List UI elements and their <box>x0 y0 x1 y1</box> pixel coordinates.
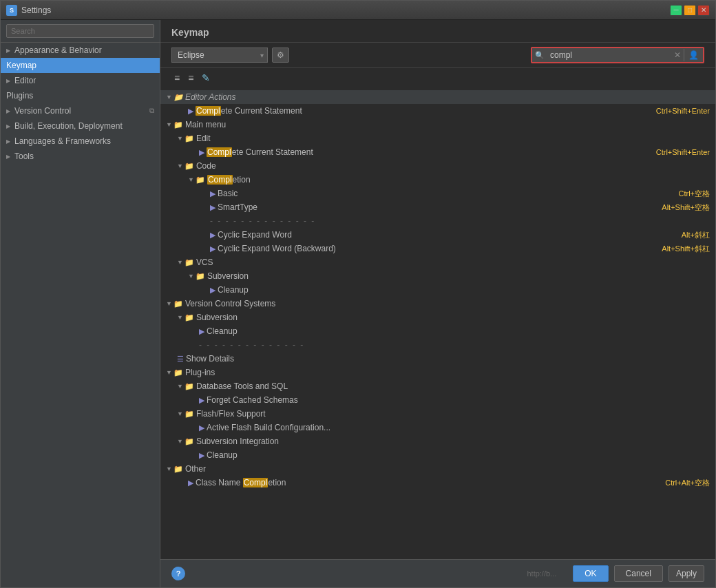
folder-icon: 📁 <box>185 437 194 446</box>
cancel-button[interactable]: Cancel <box>614 565 663 582</box>
tree-item-label: Basic <box>218 189 673 198</box>
sidebar: ▶ Appearance & Behavior Keymap ▶ Editor … <box>1 20 160 587</box>
tree-item-edit[interactable]: ▼ 📁 Edit <box>160 132 715 145</box>
tree-item-code[interactable]: ▼ 📁 Code <box>160 159 715 173</box>
tree-item-active-flash[interactable]: ▶ Active Flash Build Configuration... <box>160 421 715 434</box>
tree-item-editor-actions[interactable]: ▼ 📁 Editor Actions <box>160 90 715 104</box>
tree-item-label: Class Name Completion <box>196 478 660 487</box>
sidebar-item-appearance[interactable]: ▶ Appearance & Behavior <box>1 43 160 58</box>
tree-item-main-menu[interactable]: ▼ 📁 Main menu <box>160 118 715 132</box>
tree-item-other[interactable]: ▼ 📁 Other <box>160 462 715 476</box>
sidebar-item-label: Keymap <box>6 61 36 70</box>
folder-icon: 📁 <box>185 410 194 419</box>
folder-icon: 📁 <box>196 272 205 281</box>
tree-item-label: Plug-ins <box>185 368 710 377</box>
minimize-button[interactable]: ─ <box>670 5 682 16</box>
shortcut-badge: Ctrl+Shift+Enter <box>651 148 710 156</box>
sidebar-item-languages[interactable]: ▶ Languages & Frameworks <box>1 134 160 149</box>
tree-item-completion[interactable]: ▼ 📁 Completion <box>160 173 715 187</box>
expand-all-button[interactable]: ≡ <box>171 71 182 85</box>
window-controls: ─ □ ✕ <box>670 5 710 16</box>
action-icon: ▶ <box>199 396 204 405</box>
tree-item-version-control-systems[interactable]: ▼ 📁 Version Control Systems <box>160 297 715 311</box>
tree-item-subversion-2[interactable]: ▼ 📁 Subversion <box>160 311 715 324</box>
folder-icon: 📁 <box>173 368 183 377</box>
search-box: 🔍 ✕ 👤 <box>531 47 704 63</box>
tree-item-cleanup-3[interactable]: ▶ Cleanup <box>160 448 715 462</box>
tree-item-cleanup-1[interactable]: ▶ Cleanup <box>160 283 715 297</box>
tree-item-label: SmartType <box>218 202 656 212</box>
tree-item-label: Main menu <box>185 120 710 129</box>
tree-item-cyclic-expand[interactable]: ▶ Cyclic Expand Word Alt+斜杠 <box>160 228 715 242</box>
main-area: Keymap Eclipse ⚙ 🔍 ✕ 👤 <box>160 20 715 587</box>
sidebar-item-label: Editor <box>14 76 36 85</box>
arrow-icon: ▶ <box>6 48 10 54</box>
collapse-icon: ▼ <box>177 314 183 321</box>
sidebar-item-tools[interactable]: ▶ Tools <box>1 149 160 164</box>
tree-item-class-name-completion[interactable]: ▶ Class Name Completion Ctrl+Alt+空格 <box>160 476 715 490</box>
close-button[interactable]: ✕ <box>697 5 710 16</box>
ok-button[interactable]: OK <box>573 565 608 582</box>
sidebar-item-build[interactable]: ▶ Build, Execution, Deployment <box>1 118 160 134</box>
keymap-gear-button[interactable]: ⚙ <box>272 48 289 63</box>
arrow-icon: ▶ <box>6 78 10 84</box>
sidebar-item-version-control[interactable]: ▶ Version Control ⧉ <box>1 103 160 118</box>
sidebar-search-input[interactable] <box>6 24 154 38</box>
folder-icon: 📁 <box>196 176 205 185</box>
tree-item-flash-flex[interactable]: ▼ 📁 Flash/Flex Support <box>160 407 715 421</box>
sidebar-item-plugins[interactable]: Plugins <box>1 88 160 103</box>
collapse-icon: ▼ <box>177 383 183 390</box>
tree-item-label: Database Tools and SQL <box>196 381 710 391</box>
tree-item-plugins[interactable]: ▼ 📁 Plug-ins <box>160 366 715 379</box>
action-icon: ▶ <box>199 327 204 336</box>
tree-item-label: VCS <box>196 258 710 267</box>
tree-item-cleanup-2[interactable]: ▶ Cleanup <box>160 324 715 338</box>
collapse-all-button[interactable]: ≡ <box>185 71 196 85</box>
sidebar-item-editor[interactable]: ▶ Editor <box>1 73 160 88</box>
tree-item-show-details[interactable]: ☰ Show Details <box>160 352 715 366</box>
tree-item-cyclic-expand-backward[interactable]: ▶ Cyclic Expand Word (Backward) Alt+Shif… <box>160 242 715 255</box>
tree-item-subversion-1[interactable]: ▼ 📁 Subversion <box>160 269 715 283</box>
tree-item-vcs[interactable]: ▼ 📁 VCS <box>160 255 715 269</box>
action-icon: ▶ <box>199 148 204 157</box>
collapse-icon: ▼ <box>177 259 183 266</box>
tree-item-database-tools[interactable]: ▼ 📁 Database Tools and SQL <box>160 379 715 393</box>
keymap-search-input[interactable] <box>547 48 671 62</box>
apply-button[interactable]: Apply <box>668 565 704 582</box>
action-icon: ▶ <box>210 286 215 295</box>
tree-item-subversion-integration[interactable]: ▼ 📁 Subversion Integration <box>160 434 715 448</box>
separator-text: - - - - - - - - - - - - - - <box>199 340 304 350</box>
search-clear-button[interactable]: ✕ <box>671 49 684 61</box>
keymap-select[interactable]: Eclipse <box>171 48 268 63</box>
shortcut-badge: Ctrl+Alt+空格 <box>660 478 710 488</box>
folder-icon: 📁 <box>173 93 183 102</box>
shortcut-badge: Alt+斜杠 <box>676 230 710 240</box>
footer-left: ? <box>171 567 185 580</box>
tree-item-label: Cleanup <box>207 450 710 460</box>
collapse-icon: ▼ <box>177 410 183 417</box>
highlight-text: Compl <box>207 175 233 185</box>
tree-item-label: Cyclic Expand Word (Backward) <box>218 244 656 253</box>
tree-item-complete-current-1[interactable]: ▶ Complete Current Statement Ctrl+Shift+… <box>160 104 715 118</box>
tree-item-forget-cached[interactable]: ▶ Forget Cached Schemas <box>160 393 715 407</box>
arrow-icon: ▶ <box>6 154 10 160</box>
sidebar-item-keymap[interactable]: Keymap <box>1 58 160 73</box>
maximize-button[interactable]: □ <box>684 5 696 16</box>
action-icon: ▶ <box>199 451 204 460</box>
arrow-icon: ▶ <box>6 138 10 145</box>
edit-button[interactable]: ✎ <box>199 71 213 85</box>
tree-item-complete-current-2[interactable]: ▶ Complete Current Statement Ctrl+Shift+… <box>160 145 715 159</box>
collapse-icon: ▼ <box>188 273 194 280</box>
help-button[interactable]: ? <box>171 567 185 580</box>
collapse-icon: ▼ <box>166 369 172 376</box>
content-area: ▶ Appearance & Behavior Keymap ▶ Editor … <box>1 20 715 587</box>
action-icon: ▶ <box>188 479 193 487</box>
tree-item-label: Subversion <box>207 271 710 281</box>
tree-item-smarttype[interactable]: ▶ SmartType Alt+Shift+空格 <box>160 200 715 214</box>
collapse-icon: ▼ <box>177 135 183 142</box>
tree-item-label: Version Control Systems <box>185 299 710 308</box>
action-icon: ▶ <box>188 107 193 116</box>
tree-item-basic[interactable]: ▶ Basic Ctrl+空格 <box>160 187 715 200</box>
search-find-button[interactable]: 👤 <box>684 49 703 61</box>
tree-item-label: Code <box>196 161 710 171</box>
